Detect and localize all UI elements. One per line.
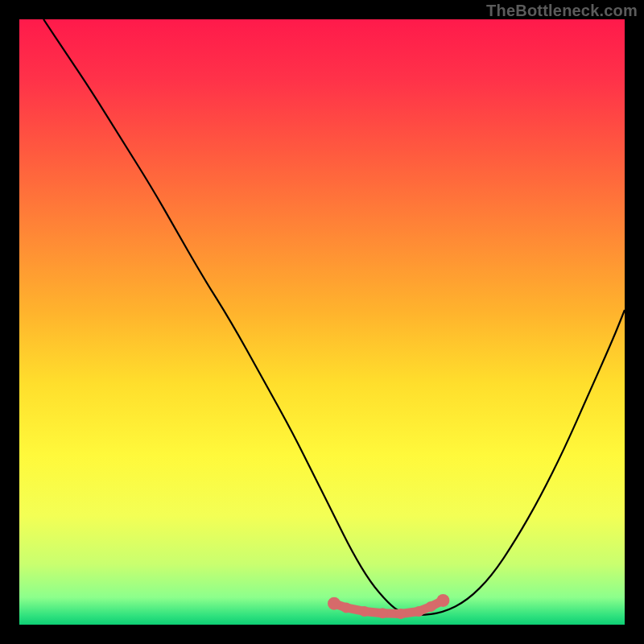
marker-dot (414, 606, 424, 617)
chart-svg (19, 19, 625, 625)
marker-dot (436, 594, 449, 607)
marker-dot (328, 597, 341, 610)
watermark-text: TheBottleneck.com (486, 2, 638, 20)
marker-dot (426, 601, 436, 612)
plot-area (19, 19, 625, 625)
marker-dot (395, 609, 406, 619)
gradient-background (19, 19, 625, 625)
marker-dot (378, 608, 388, 618)
marker-dot (341, 602, 352, 613)
marker-dot (359, 606, 369, 617)
chart-frame: TheBottleneck.com (0, 0, 644, 644)
